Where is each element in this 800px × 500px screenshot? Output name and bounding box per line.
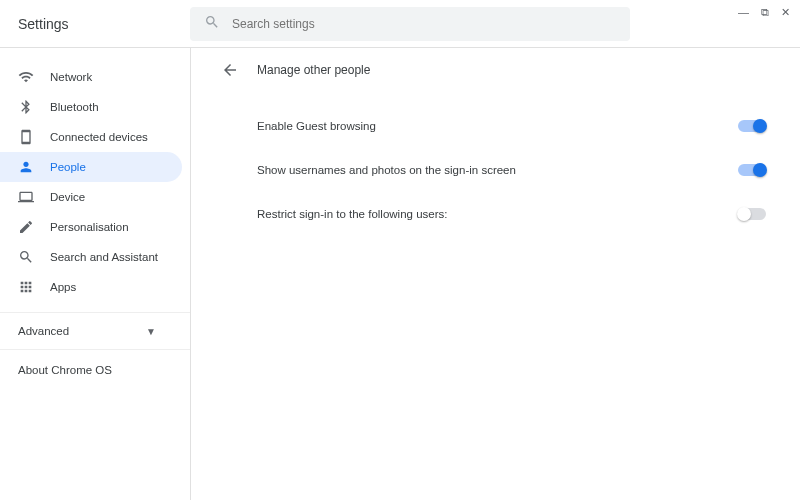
sidebar-item-bluetooth[interactable]: Bluetooth	[0, 92, 182, 122]
maximize-icon[interactable]: ⧉	[761, 6, 769, 19]
chevron-down-icon: ▼	[146, 326, 156, 337]
close-icon[interactable]: ✕	[781, 6, 790, 19]
setting-label: Restrict sign-in to the following users:	[257, 208, 447, 220]
sidebar-item-search-assistant[interactable]: Search and Assistant	[0, 242, 182, 272]
search-icon	[204, 14, 232, 33]
sidebar-item-label: Personalisation	[50, 221, 129, 233]
apps-icon	[18, 279, 34, 295]
sidebar-item-label: Search and Assistant	[50, 251, 158, 263]
sidebar-item-connected-devices[interactable]: Connected devices	[0, 122, 182, 152]
device-icon	[18, 129, 34, 145]
laptop-icon	[18, 189, 34, 205]
sidebar-item-label: Bluetooth	[50, 101, 99, 113]
sidebar-item-device[interactable]: Device	[0, 182, 182, 212]
toggle-restrict-signin[interactable]	[738, 208, 766, 220]
sidebar-item-label: Network	[50, 71, 92, 83]
sidebar-item-network[interactable]: Network	[0, 62, 182, 92]
sidebar: Network Bluetooth Connected devices Peop…	[0, 48, 190, 500]
back-button[interactable]	[221, 61, 239, 79]
setting-show-usernames: Show usernames and photos on the sign-in…	[257, 148, 766, 192]
sidebar-item-label: Connected devices	[50, 131, 148, 143]
sidebar-item-personalisation[interactable]: Personalisation	[0, 212, 182, 242]
bluetooth-icon	[18, 99, 34, 115]
content-title: Manage other people	[257, 63, 370, 77]
minimize-icon[interactable]: —	[738, 6, 749, 19]
search-box[interactable]	[190, 7, 630, 41]
sidebar-item-people[interactable]: People	[0, 152, 182, 182]
sidebar-item-apps[interactable]: Apps	[0, 272, 182, 302]
sidebar-about[interactable]: About Chrome OS	[0, 350, 190, 390]
sidebar-item-label: Apps	[50, 281, 76, 293]
edit-icon	[18, 219, 34, 235]
toggle-guest-browsing[interactable]	[738, 120, 766, 132]
toggle-show-usernames[interactable]	[738, 164, 766, 176]
window-controls: — ⧉ ✕	[738, 6, 790, 19]
sidebar-item-label: People	[50, 161, 86, 173]
wifi-icon	[18, 69, 34, 85]
content: Manage other people Enable Guest browsin…	[190, 48, 800, 500]
setting-label: Enable Guest browsing	[257, 120, 376, 132]
sidebar-advanced[interactable]: Advanced ▼	[0, 312, 190, 350]
setting-label: Show usernames and photos on the sign-in…	[257, 164, 516, 176]
content-header: Manage other people	[221, 48, 770, 92]
search-icon	[18, 249, 34, 265]
page-title: Settings	[0, 16, 190, 32]
settings-list: Enable Guest browsing Show usernames and…	[221, 104, 770, 236]
search-input[interactable]	[232, 17, 616, 31]
sidebar-item-label: Device	[50, 191, 85, 203]
setting-restrict-signin: Restrict sign-in to the following users:	[257, 192, 766, 236]
setting-guest-browsing: Enable Guest browsing	[257, 104, 766, 148]
sidebar-item-label: Advanced	[18, 325, 69, 337]
header: Settings	[0, 0, 800, 48]
person-icon	[18, 159, 34, 175]
